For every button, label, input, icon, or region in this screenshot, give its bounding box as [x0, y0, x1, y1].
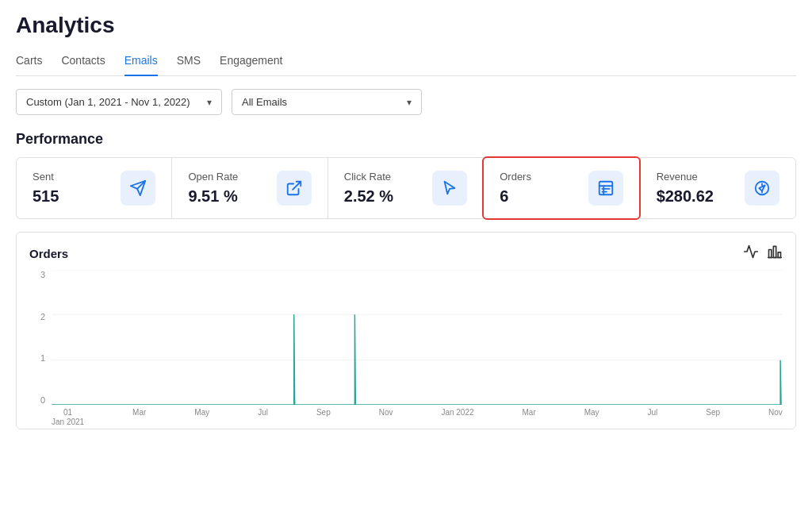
svg-rect-13: [778, 252, 780, 258]
tab-bar: Carts Contacts Emails SMS Engagement: [16, 48, 796, 76]
metric-open-rate-label: Open Rate: [188, 171, 238, 183]
svg-rect-12: [773, 246, 776, 257]
date-range-filter[interactable]: Custom (Jan 1, 2021 - Nov 1, 2022) ▾: [16, 89, 222, 115]
line-chart-icon[interactable]: [743, 244, 759, 264]
chevron-down-icon: ▾: [407, 97, 412, 108]
metric-click-rate-value: 2.52 %: [344, 187, 393, 206]
metric-sent-value: 515: [33, 187, 59, 206]
filter-bar: Custom (Jan 1, 2021 - Nov 1, 2022) ▾ All…: [16, 89, 796, 115]
chart-plot: [52, 270, 783, 405]
page-title: Analytics: [16, 13, 796, 38]
metric-orders-value: 6: [500, 187, 531, 206]
chevron-down-icon: ▾: [207, 97, 212, 108]
metric-orders-label: Orders: [500, 171, 531, 183]
revenue-icon: [745, 171, 779, 206]
svg-line-2: [293, 182, 301, 190]
metric-revenue-value: $280.62: [657, 187, 714, 206]
chart-area: 3 2 1 0 01Jan 2021 Mar May Jul Sep Nov: [29, 270, 783, 429]
orders-icon: [588, 171, 623, 206]
metric-open-rate-value: 9.51 %: [188, 187, 238, 206]
y-axis: 3 2 1 0: [29, 270, 48, 405]
tab-emails[interactable]: Emails: [124, 48, 158, 76]
metric-revenue: Revenue $280.62: [640, 157, 796, 219]
send-icon: [121, 171, 155, 206]
tab-engagement[interactable]: Engagement: [220, 48, 282, 76]
chart-title: Orders: [29, 247, 68, 260]
performance-section-title: Performance: [16, 131, 796, 148]
tab-sms[interactable]: SMS: [177, 48, 201, 76]
metrics-row: Sent 515 Open Rate 9.51 % Click Rate 2.5…: [16, 157, 796, 219]
email-filter[interactable]: All Emails ▾: [232, 89, 422, 115]
x-axis: 01Jan 2021 Mar May Jul Sep Nov Jan 2022 …: [52, 405, 783, 429]
svg-rect-11: [769, 250, 772, 258]
metric-click-rate: Click Rate 2.52 %: [327, 157, 483, 219]
tab-contacts[interactable]: Contacts: [61, 48, 105, 76]
chart-type-controls: [743, 244, 783, 264]
metric-sent-label: Sent: [33, 171, 59, 183]
metric-revenue-label: Revenue: [657, 171, 714, 183]
bar-chart-icon[interactable]: [767, 244, 783, 264]
metric-click-rate-label: Click Rate: [344, 171, 393, 183]
tab-carts[interactable]: Carts: [16, 48, 42, 76]
orders-chart-section: Orders 3 2 1 0: [16, 232, 796, 429]
metric-open-rate: Open Rate 9.51 %: [171, 157, 327, 219]
metric-sent: Sent 515: [16, 157, 171, 219]
click-rate-icon: [432, 171, 467, 206]
open-rate-icon: [277, 171, 312, 206]
metric-orders: Orders 6: [482, 156, 640, 220]
